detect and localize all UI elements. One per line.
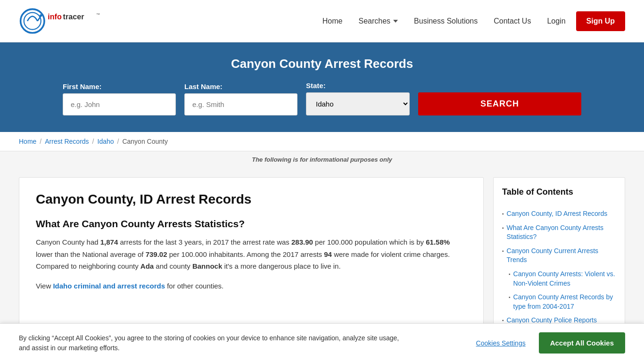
last-name-input[interactable] — [184, 93, 297, 115]
banner-title: Canyon County Arrest Records — [19, 57, 625, 71]
idaho-records-link[interactable]: Idaho criminal and arrest records — [53, 282, 165, 290]
article-title: Canyon County, ID Arrest Records — [36, 192, 467, 207]
county1-name: Ada — [140, 262, 154, 270]
toc-link-2[interactable]: What Are Canyon County Arrests Statistic… — [507, 223, 616, 242]
breadcrumb-sep-1: / — [40, 138, 41, 145]
county2-name: Bannock — [192, 262, 222, 270]
cookie-actions: Cookies Settings Accept All Cookies — [471, 332, 625, 354]
breadcrumb-sep-2: / — [92, 138, 94, 145]
breadcrumb-idaho[interactable]: Idaho — [98, 138, 114, 145]
site-logo: info tracer ™ — [19, 7, 104, 35]
search-form: First Name: Last Name: State: AlabamaAla… — [63, 82, 581, 115]
accept-all-cookies-button[interactable]: Accept All Cookies — [539, 332, 625, 354]
svg-text:tracer: tracer — [63, 12, 85, 20]
section1-heading: What Are Canyon County Arrests Statistic… — [36, 218, 467, 230]
breadcrumb-sep-3: / — [117, 138, 119, 145]
first-name-label: First Name: — [63, 82, 176, 90]
cookie-text: By clicking “Accept All Cookies”, you ag… — [19, 333, 405, 353]
toc-bullet-3: ▪ — [502, 248, 504, 254]
svg-point-2 — [40, 14, 42, 16]
signup-button[interactable]: Sign Up — [576, 11, 625, 31]
toc-item-2: ▪ What Are Canyon County Arrests Statist… — [502, 223, 616, 242]
toc-item-4: ▪ Canyon County Arrests: Violent vs. Non… — [509, 270, 616, 288]
toc-item-5: ▪ Canyon County Arrest Records by type f… — [509, 293, 616, 311]
arrest-rate: 283.90 — [291, 238, 313, 246]
article-para1: Canyon County had 1,874 arrests for the … — [36, 236, 467, 272]
toc-item-3: ▪ Canyon County Current Arrests Trends — [502, 247, 616, 265]
breadcrumb-current: Canyon County — [122, 138, 168, 145]
toc-bullet-1: ▪ — [502, 211, 504, 216]
breadcrumb: Home / Arrest Records / Idaho / Canyon C… — [19, 138, 625, 145]
svg-text:™: ™ — [96, 12, 100, 16]
toc-bullet-4: ▪ — [509, 272, 511, 277]
last-name-group: Last Name: — [184, 82, 297, 115]
toc-link-5[interactable]: Canyon County Arrest Records by type fro… — [513, 293, 616, 311]
main-nav: Home Searches Business Solutions Contact… — [317, 11, 625, 31]
breadcrumb-arrest-records[interactable]: Arrest Records — [45, 138, 89, 145]
arrests-count: 1,874 — [100, 238, 118, 246]
toc-bullet-6: ▪ — [502, 318, 504, 323]
svg-point-1 — [24, 12, 41, 29]
breadcrumb-bar: Home / Arrest Records / Idaho / Canyon C… — [0, 132, 644, 151]
state-select[interactable]: AlabamaAlaskaArizonaArkansas CaliforniaC… — [306, 92, 410, 115]
article-para2: View Idaho criminal and arrest records f… — [36, 280, 467, 292]
svg-text:info: info — [48, 12, 62, 20]
toc-link-1[interactable]: Canyon County, ID Arrest Records — [507, 209, 608, 219]
toc-item-1: ▪ Canyon County, ID Arrest Records — [502, 209, 616, 219]
first-name-input[interactable] — [63, 93, 176, 115]
login-button[interactable]: Login — [541, 13, 571, 29]
toc-bullet-2: ▪ — [502, 225, 504, 230]
searches-chevron-icon — [393, 20, 398, 23]
nav-business-solutions[interactable]: Business Solutions — [408, 13, 483, 29]
logo-area: info tracer ™ — [19, 7, 104, 35]
breadcrumb-home[interactable]: Home — [19, 138, 36, 145]
toc-link-3[interactable]: Canyon County Current Arrests Trends — [507, 247, 616, 265]
state-label: State: — [306, 82, 410, 90]
toc-list: ▪ Canyon County, ID Arrest Records ▪ Wha… — [502, 209, 616, 339]
search-banner: Canyon County Arrest Records First Name:… — [0, 42, 644, 132]
toc-link-4[interactable]: Canyon County Arrests: Violent vs. Non-V… — [513, 270, 616, 288]
state-group: State: AlabamaAlaskaArizonaArkansas Cali… — [306, 82, 410, 115]
last-name-label: Last Name: — [184, 82, 297, 90]
cookies-settings-button[interactable]: Cookies Settings — [471, 336, 531, 351]
nav-home[interactable]: Home — [317, 13, 348, 29]
cookie-banner: By clicking “Accept All Cookies”, you ag… — [0, 323, 644, 362]
first-name-group: First Name: — [63, 82, 176, 115]
natl-avg: 739.02 — [146, 250, 167, 258]
search-button[interactable]: SEARCH — [418, 92, 581, 115]
pct-lower: 61.58% — [426, 238, 450, 246]
info-notice: The following is for informational purpo… — [0, 151, 644, 168]
toc-title: Table of Contents — [502, 187, 616, 202]
site-header: info tracer ™ Home Searches Business Sol… — [0, 0, 644, 42]
violent-count: 94 — [324, 250, 332, 258]
nav-contact-us[interactable]: Contact Us — [488, 13, 537, 29]
nav-searches[interactable]: Searches — [353, 13, 404, 29]
toc-bullet-5: ▪ — [509, 295, 511, 300]
